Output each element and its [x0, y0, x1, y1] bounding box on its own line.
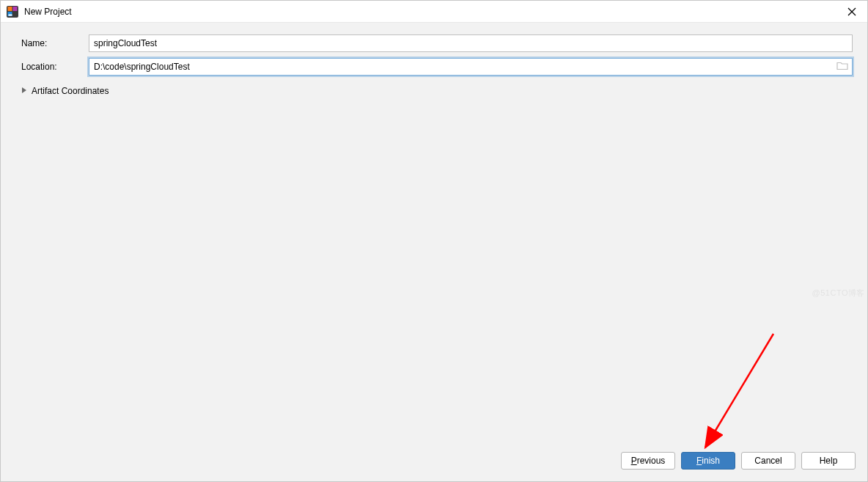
close-button[interactable]: [841, 1, 863, 23]
previous-button[interactable]: Previous: [621, 452, 675, 470]
location-label: Location:: [15, 62, 89, 72]
name-row: Name:: [15, 34, 853, 52]
cancel-button[interactable]: Cancel: [741, 452, 795, 470]
svg-rect-4: [9, 14, 12, 15]
svg-rect-1: [8, 7, 12, 11]
svg-rect-2: [13, 7, 18, 11]
finish-button[interactable]: Finish: [681, 452, 735, 470]
name-label: Name:: [15, 38, 89, 48]
browse-folder-icon[interactable]: [836, 61, 848, 73]
location-row: Location:: [15, 58, 853, 76]
dialog-content: Name: Location: Artifact C: [1, 23, 867, 446]
chevron-right-icon: [21, 86, 27, 96]
intellij-icon: [7, 6, 18, 18]
dialog-title: New Project: [24, 7, 841, 17]
artifact-coordinates-expander[interactable]: Artifact Coordinates: [15, 81, 853, 96]
dialog-footer: Previous Finish Cancel Help: [1, 446, 867, 481]
artifact-coordinates-label: Artifact Coordinates: [32, 86, 108, 96]
titlebar: New Project: [1, 1, 867, 23]
new-project-dialog: New Project Name: Location:: [0, 0, 868, 482]
svg-marker-7: [22, 87, 26, 93]
name-input[interactable]: [89, 34, 853, 52]
close-icon: [847, 7, 856, 16]
help-button[interactable]: Help: [801, 452, 856, 470]
location-input[interactable]: [89, 58, 853, 76]
